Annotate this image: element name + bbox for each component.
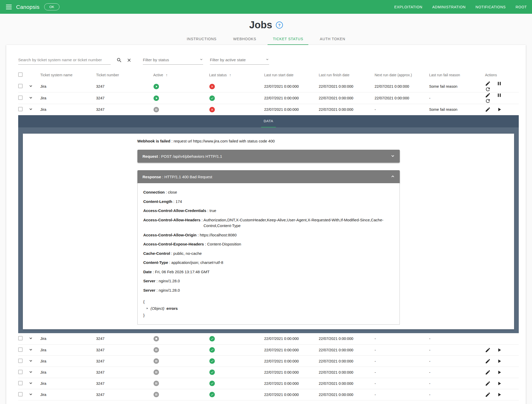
- col-ticket-number[interactable]: Ticket number: [96, 69, 153, 81]
- play-action-button[interactable]: [496, 107, 502, 112]
- fail-reason-cell: -: [429, 92, 485, 104]
- nav-item-exploitation[interactable]: EXPLOITATION: [394, 5, 422, 9]
- status-success-icon: [209, 336, 215, 342]
- edit-action-button[interactable]: [485, 392, 491, 398]
- expand-row-icon[interactable]: [29, 392, 33, 396]
- status-success-icon: [209, 358, 215, 364]
- edit-action-button[interactable]: [485, 92, 491, 98]
- tab-ticket-status[interactable]: TICKET STATUS: [268, 34, 308, 45]
- response-panel-title: Response : HTTP/1.1 400 Bad Request: [143, 175, 212, 179]
- row-checkbox[interactable]: [18, 107, 23, 111]
- refresh-action-button[interactable]: [485, 86, 491, 92]
- expand-row-icon[interactable]: [29, 84, 33, 88]
- fail-reason-cell: Some fail reason: [429, 104, 485, 115]
- status-filter-select[interactable]: Filter by status: [143, 58, 203, 65]
- play-action-button[interactable]: [496, 381, 502, 386]
- search-icon[interactable]: [115, 56, 123, 64]
- row-checkbox[interactable]: [18, 392, 23, 396]
- response-body: Connection : closeContent-Length : 174Ac…: [137, 183, 400, 325]
- ticket-number-cell: 3247: [96, 333, 153, 344]
- refresh-action-button[interactable]: [485, 98, 491, 104]
- page-header: Jobs ?: [0, 19, 532, 31]
- response-panel-header[interactable]: Response : HTTP/1.1 400 Bad Request: [137, 170, 400, 183]
- row-checkbox[interactable]: [18, 359, 23, 363]
- search-input[interactable]: [18, 58, 111, 62]
- col-last-run-finish[interactable]: Last run finish date: [319, 69, 375, 81]
- col-next-run[interactable]: Next run date (approx.): [375, 69, 429, 81]
- request-panel-header[interactable]: Request : POST /api/v4/pbehaviors HTTP/1…: [137, 150, 400, 163]
- next-run-date-cell: 22/07/2021 0:00:000: [375, 92, 429, 104]
- play-action-button[interactable]: [496, 347, 502, 353]
- edit-action-button[interactable]: [485, 381, 491, 386]
- next-run-date-cell: 22/07/2021 0:00:000: [375, 81, 429, 92]
- last-run-finish-cell: 22/07/2021 0:00:000: [319, 378, 375, 389]
- ticket-number-cell: 3247: [96, 389, 153, 400]
- last-run-start-cell: 22/07/2021 0:00:000: [264, 81, 319, 92]
- fail-reason-cell: -: [429, 389, 485, 400]
- row-checkbox[interactable]: [18, 84, 23, 88]
- select-all-checkbox[interactable]: [18, 72, 23, 77]
- col-fail-reason[interactable]: Last run fail reason: [429, 69, 485, 81]
- expand-row-icon[interactable]: [29, 359, 33, 363]
- row-checkbox[interactable]: [18, 336, 23, 340]
- nav-item-root[interactable]: ROOT: [516, 5, 527, 9]
- table-row: Jira324722/07/2021 0:00:00022/07/2021 0:…: [18, 344, 519, 355]
- fail-reason-cell: -: [429, 355, 485, 367]
- play-action-button[interactable]: [496, 358, 502, 364]
- next-run-date-cell: -: [375, 104, 429, 115]
- row-checkbox[interactable]: [18, 95, 23, 100]
- status-success-icon: [209, 380, 215, 386]
- edit-action-button[interactable]: [485, 107, 491, 112]
- help-icon[interactable]: ?: [276, 22, 283, 29]
- expand-row-icon[interactable]: [29, 370, 33, 374]
- tab-instructions[interactable]: INSTRUCTIONS: [182, 34, 222, 45]
- active-state-filter-select[interactable]: Filter by active state: [210, 58, 269, 65]
- ticket-status-table: Ticket system name Ticket number Active↑…: [18, 69, 519, 400]
- filter-row: Filter by status Filter by active state: [18, 56, 514, 65]
- actions-cell: [485, 378, 519, 389]
- expand-node-icon[interactable]: [146, 307, 149, 310]
- edit-action-button[interactable]: [485, 347, 491, 353]
- sort-asc-icon[interactable]: ↑: [229, 73, 231, 77]
- response-header-line: Access-Control-Allow-Headers : Authoriza…: [143, 217, 394, 229]
- ticket-number-cell: 3247: [96, 344, 153, 355]
- edit-action-button[interactable]: [485, 369, 491, 375]
- ticket-system-name-cell: Jira: [40, 355, 96, 367]
- hamburger-menu-icon[interactable]: [4, 2, 14, 12]
- row-checkbox[interactable]: [18, 347, 23, 352]
- response-header-line: Connection : close: [143, 189, 394, 195]
- play-action-button[interactable]: [496, 392, 502, 398]
- col-active[interactable]: Active↑: [153, 69, 209, 81]
- row-checkbox[interactable]: [18, 381, 23, 385]
- json-object-node: (Object) errors: [143, 306, 394, 311]
- edit-action-button[interactable]: [485, 358, 491, 364]
- edit-action-button[interactable]: [485, 81, 491, 86]
- pause-action-button[interactable]: [496, 92, 502, 98]
- expand-row-icon[interactable]: [29, 95, 33, 100]
- col-last-status[interactable]: Last status↑: [209, 69, 264, 81]
- row-checkbox[interactable]: [18, 370, 23, 374]
- active-filter-label: Filter by active state: [210, 58, 246, 62]
- play-action-button[interactable]: [496, 369, 502, 375]
- tab-auth-token[interactable]: AUTH TOKEN: [315, 34, 350, 45]
- health-status-badge[interactable]: OK: [44, 3, 59, 10]
- next-run-date-cell: -: [375, 389, 429, 400]
- tab-data[interactable]: DATA: [261, 115, 276, 127]
- tab-webhooks[interactable]: WEBHOOKS: [228, 34, 262, 45]
- expand-row-icon[interactable]: [29, 336, 33, 340]
- sort-asc-icon[interactable]: ↑: [166, 73, 168, 77]
- ticket-system-name-cell: Jira: [40, 333, 96, 344]
- ticket-system-name-cell: Jira: [40, 81, 96, 92]
- expand-row-icon[interactable]: [29, 107, 33, 111]
- col-last-run-start[interactable]: Last run start date: [264, 69, 319, 81]
- active-paused-icon: [153, 380, 159, 386]
- nav-item-administration[interactable]: ADMINISTRATION: [432, 5, 466, 9]
- ticket-number-cell: 3247: [96, 378, 153, 389]
- pause-action-button[interactable]: [496, 81, 502, 86]
- expand-row-icon[interactable]: [29, 381, 33, 385]
- col-ticket-system-name[interactable]: Ticket system name: [40, 69, 96, 81]
- expand-row-icon[interactable]: [29, 347, 33, 352]
- json-close-brace: }: [143, 313, 394, 317]
- clear-search-icon[interactable]: [125, 56, 133, 64]
- nav-item-notifications[interactable]: NOTIFICATIONS: [476, 5, 506, 9]
